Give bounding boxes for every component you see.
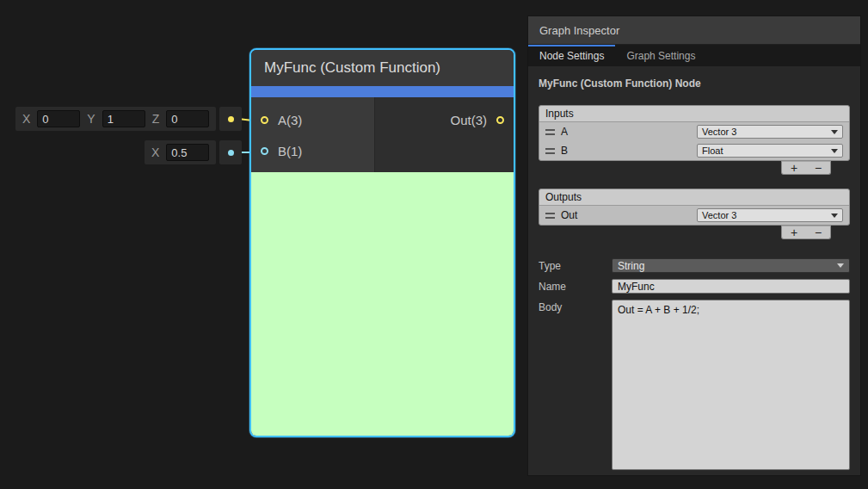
inputs-footer-buttons: + −: [781, 161, 831, 175]
node-title[interactable]: MyFunc (Custom Function): [251, 50, 514, 86]
float-value-input[interactable]: [166, 144, 209, 161]
y-component-input[interactable]: [102, 110, 145, 127]
type-dropdown[interactable]: String: [612, 258, 850, 273]
type-property-row: Type String: [539, 258, 850, 273]
input-a-name: A: [561, 126, 691, 138]
port-b-label: B(1): [278, 144, 302, 158]
vector3-fields: X Y Z: [15, 107, 216, 131]
remove-input-button[interactable]: −: [806, 162, 830, 174]
outputs-footer-buttons: + −: [781, 226, 831, 239]
vector3-slot-editor: X Y Z: [15, 107, 242, 131]
float-connector-dot-icon: [228, 150, 234, 156]
chevron-down-icon: [831, 149, 838, 153]
graph-inspector-panel: Graph Inspector Node Settings Graph Sett…: [527, 15, 861, 476]
inputs-list-header: Inputs: [539, 106, 849, 122]
outputs-list-footer: + −: [539, 226, 831, 239]
port-b-connector-icon[interactable]: [261, 147, 268, 155]
x-component-label: X: [22, 112, 30, 126]
tab-node-settings[interactable]: Node Settings: [528, 45, 615, 66]
outputs-row-out[interactable]: Out Vector 3: [539, 206, 849, 225]
name-property-row: Name: [539, 279, 850, 294]
input-b-type-dropdown[interactable]: Float: [697, 144, 843, 158]
input-ports-column: A(3) B(1): [251, 97, 375, 172]
body-property-row: Body Out = A + B + 1/2;: [539, 300, 850, 470]
drag-handle-icon[interactable]: [545, 213, 555, 219]
input-b-name: B: [561, 145, 691, 157]
vector3-connector-tab: [219, 107, 242, 131]
name-field[interactable]: [612, 279, 850, 294]
outputs-list: Outputs Out Vector 3: [539, 189, 850, 226]
tab-node-settings-label: Node Settings: [539, 50, 604, 62]
inputs-list-footer: + −: [539, 161, 831, 175]
inspector-content: MyFunc (Custom Function) Node Inputs A V…: [528, 66, 860, 483]
inputs-list: Inputs A Vector 3 B Float: [539, 105, 850, 161]
active-tab-indicator: [528, 45, 615, 46]
node-accent-bar: [251, 86, 514, 97]
port-out-connector-icon[interactable]: [496, 116, 504, 124]
add-input-button[interactable]: +: [782, 162, 806, 174]
inputs-row-b[interactable]: B Float: [539, 141, 849, 160]
z-component-input[interactable]: [166, 110, 209, 127]
input-a-type-value: Vector 3: [702, 127, 736, 137]
add-output-button[interactable]: +: [782, 226, 806, 238]
input-b-type-value: Float: [702, 145, 723, 156]
z-component-label: Z: [152, 112, 160, 126]
output-out-name: Out: [561, 209, 691, 221]
y-component-label: Y: [87, 112, 95, 126]
float-connector-tab: [219, 140, 242, 164]
x-component-label: X: [151, 145, 159, 159]
body-field[interactable]: Out = A + B + 1/2;: [612, 300, 850, 470]
inputs-row-a[interactable]: A Vector 3: [539, 122, 849, 141]
type-label: Type: [539, 258, 612, 273]
tab-graph-settings-label: Graph Settings: [626, 50, 695, 62]
chevron-down-icon: [837, 263, 844, 268]
input-port-a: A(3): [251, 104, 374, 135]
output-out-type-value: Vector 3: [702, 210, 736, 220]
output-port-out: Out(3): [375, 104, 514, 135]
outputs-list-header: Outputs: [539, 189, 849, 206]
type-value: String: [618, 260, 644, 272]
node-port-area: A(3) B(1) Out(3): [251, 97, 514, 172]
vector3-connector-dot-icon: [228, 116, 234, 122]
input-port-b: B(1): [251, 135, 374, 166]
node-settings-heading: MyFunc (Custom Function) Node: [539, 77, 850, 90]
output-ports-column: Out(3): [375, 97, 514, 172]
body-label: Body: [539, 300, 612, 470]
inspector-tab-bar: Node Settings Graph Settings: [528, 45, 860, 66]
custom-function-node[interactable]: MyFunc (Custom Function) A(3) B(1) Out(3…: [249, 48, 515, 437]
float-slot-editor: X: [145, 140, 242, 164]
drag-handle-icon[interactable]: [545, 129, 555, 135]
remove-output-button[interactable]: −: [806, 226, 830, 238]
node-preview: [251, 172, 514, 436]
chevron-down-icon: [831, 130, 838, 134]
x-component-input[interactable]: [37, 110, 80, 127]
drag-handle-icon[interactable]: [545, 148, 555, 154]
name-label: Name: [539, 279, 612, 294]
chevron-down-icon: [831, 214, 838, 218]
input-a-type-dropdown[interactable]: Vector 3: [697, 125, 843, 139]
port-a-label: A(3): [278, 113, 302, 127]
float-fields: X: [145, 140, 216, 164]
output-out-type-dropdown[interactable]: Vector 3: [697, 208, 843, 222]
tab-graph-settings[interactable]: Graph Settings: [615, 45, 706, 66]
port-out-label: Out(3): [450, 113, 487, 127]
inspector-header[interactable]: Graph Inspector: [528, 16, 860, 45]
port-a-connector-icon[interactable]: [261, 116, 268, 124]
